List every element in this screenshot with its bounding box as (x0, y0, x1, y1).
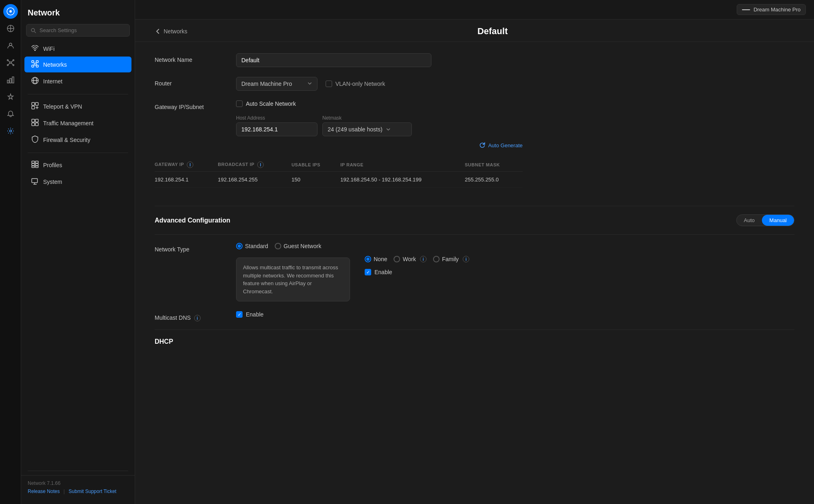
device-badge-icon (742, 9, 750, 10)
multicast-dns-row: Multicast DNS i Enable (155, 311, 794, 321)
netmask-label: Netmask (322, 115, 412, 121)
device-badge: Dream Machine Pro (737, 4, 806, 15)
footer-separator: | (63, 489, 65, 494)
app-icon-stats[interactable] (3, 72, 18, 87)
netmask-value: 24 (249 usable hosts) (328, 126, 383, 133)
top-bar: Dream Machine Pro (135, 0, 814, 20)
multicast-dns-inner: Multicast DNS i Enable (155, 311, 794, 321)
radio-guest[interactable]: Guest Network (275, 243, 322, 249)
col-usable-ips: USABLE IPS (291, 158, 340, 172)
radio-family[interactable]: Family i (433, 256, 469, 262)
sidebar-item-networks[interactable]: Networks (24, 57, 131, 72)
toggle-manual[interactable]: Manual (762, 215, 794, 226)
host-address-label: Host Address (236, 115, 317, 121)
svg-rect-39 (32, 161, 35, 163)
device-name: Dream Machine Pro (753, 7, 801, 13)
netmask-dropdown[interactable]: 24 (249 usable hosts) (322, 122, 412, 136)
svg-point-10 (13, 65, 14, 66)
host-netmask-row: Host Address Netmask 24 (249 usable host… (236, 115, 523, 136)
broadcast-ip-info-icon[interactable]: i (257, 161, 264, 168)
radio-work-circle (394, 256, 400, 262)
form-section: Network Name Router Dream Machine Pro (135, 42, 542, 203)
network-type-label: Network Type (155, 243, 228, 253)
sidebar-item-wifi[interactable]: WiFi (24, 41, 131, 56)
svg-point-19 (31, 28, 35, 32)
svg-line-12 (11, 61, 13, 62)
multicast-dns-label: Multicast DNS i (155, 311, 228, 321)
radio-work[interactable]: Work i (394, 256, 426, 262)
app-icon-notifications[interactable] (3, 107, 18, 121)
svg-rect-37 (32, 123, 35, 126)
vlan-label: VLAN-only Network (335, 81, 385, 87)
svg-rect-16 (10, 79, 11, 83)
work-info-icon[interactable]: i (420, 256, 427, 262)
gateway-ip-info-icon[interactable]: i (187, 161, 193, 168)
multicast-enable-checkbox[interactable] (236, 311, 243, 318)
svg-point-6 (10, 62, 11, 63)
app-icon-topology[interactable] (3, 55, 18, 70)
network-name-row: Network Name (155, 53, 523, 67)
search-input[interactable] (39, 27, 125, 33)
breadcrumb-back[interactable]: Networks (155, 28, 187, 35)
svg-rect-42 (35, 164, 38, 166)
version-text: Network 7.1.66 (28, 480, 128, 486)
radio-none-label: None (374, 256, 387, 262)
sidebar-item-teleport[interactable]: Teleport & VPN (24, 98, 131, 114)
sidebar-item-internet[interactable]: Internet (24, 73, 131, 89)
refresh-icon (479, 142, 486, 148)
content-filtering-area: Allows multicast traffic to transmit acr… (236, 256, 794, 301)
svg-point-5 (9, 43, 12, 46)
support-ticket-link[interactable]: Submit Support Ticket (69, 489, 116, 494)
multicast-enable-row: Enable (236, 311, 264, 318)
svg-rect-41 (32, 164, 35, 166)
multicast-dns-info-icon[interactable]: i (194, 315, 201, 321)
col-ip-range: IP RANGE (340, 158, 465, 172)
advanced-section: Advanced Configuration Auto Manual Netwo… (135, 206, 814, 330)
section-divider (155, 206, 794, 206)
svg-rect-23 (34, 63, 36, 65)
router-dropdown[interactable]: Dream Machine Pro (236, 77, 317, 91)
app-icon-clients[interactable] (3, 38, 18, 53)
app-icon-settings[interactable] (3, 124, 18, 138)
sidebar-item-teleport-label: Teleport & VPN (43, 103, 82, 110)
svg-point-21 (35, 50, 35, 51)
advanced-toggle-group: Auto Manual (736, 214, 794, 226)
vlan-checkbox[interactable] (326, 81, 332, 87)
svg-point-7 (7, 60, 8, 61)
content-filter-radio-group: None Work i Family i (365, 256, 794, 262)
cell-usable-ips: 150 (291, 172, 340, 188)
host-address-input[interactable] (236, 122, 317, 136)
radio-none[interactable]: None (365, 256, 387, 262)
network-name-input[interactable] (236, 53, 431, 67)
sidebar-item-traffic[interactable]: Traffic Management (24, 115, 131, 131)
search-box[interactable] (26, 24, 130, 37)
auto-scale-checkbox[interactable] (236, 100, 243, 107)
sidebar-item-system[interactable]: System (24, 174, 131, 190)
app-icon-alerts[interactable] (3, 89, 18, 104)
col-gateway-ip: GATEWAY IP i (155, 158, 218, 172)
app-icon-dashboard[interactable] (3, 21, 18, 36)
netmask-chevron-icon (386, 127, 391, 132)
sidebar-item-profiles[interactable]: Profiles (24, 157, 131, 173)
radio-family-circle (433, 256, 440, 262)
profiles-icon (31, 161, 39, 169)
network-name-label: Network Name (155, 53, 228, 63)
network-name-control (236, 53, 523, 67)
family-info-icon[interactable]: i (463, 256, 469, 262)
auto-generate-button[interactable]: Auto Generate (479, 142, 523, 148)
svg-point-1 (9, 10, 12, 13)
toggle-auto[interactable]: Auto (737, 215, 762, 226)
auto-scale-label: Auto Scale Network (246, 100, 296, 107)
search-icon (31, 28, 36, 33)
sidebar-item-wifi-label: WiFi (43, 46, 55, 52)
release-notes-link[interactable]: Release Notes (28, 489, 60, 494)
advanced-header-row: Advanced Configuration Auto Manual (155, 214, 794, 226)
app-icon-network[interactable] (3, 4, 18, 19)
radio-standard[interactable]: Standard (236, 243, 268, 249)
sidebar-item-networks-label: Networks (43, 61, 67, 68)
sidebar-item-firewall[interactable]: Firewall & Security (24, 132, 131, 148)
enable-checkbox[interactable] (365, 269, 371, 275)
radio-none-circle (365, 256, 371, 262)
app-icon-bar (0, 0, 21, 504)
multicast-dns-control: Enable (236, 311, 264, 319)
